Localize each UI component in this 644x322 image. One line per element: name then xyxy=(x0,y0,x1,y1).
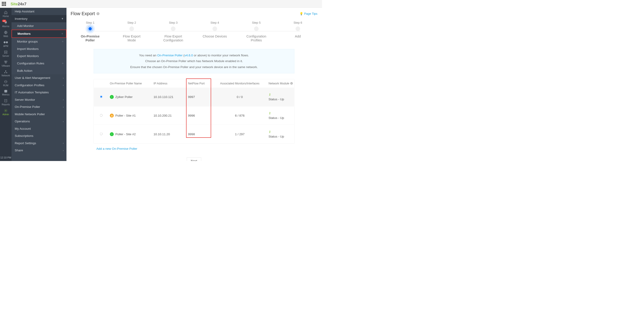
chevron-right-icon: › xyxy=(63,120,64,123)
step[interactable]: Step 4 Choose Devices xyxy=(202,21,228,38)
network-module-icon: ⚷ xyxy=(269,92,304,97)
sidebar-operations[interactable]: Operations› xyxy=(12,118,66,125)
chevron-down-icon: ▼ xyxy=(61,17,64,20)
logo[interactable]: Site24x7 xyxy=(10,2,26,6)
step[interactable]: Step 6 Add xyxy=(285,21,310,38)
sidebar-server-monitor[interactable]: Server Monitor› xyxy=(12,96,66,104)
page-tips-link[interactable]: 💡 Page Tips xyxy=(300,12,318,16)
binoculars-icon xyxy=(4,41,8,44)
rail-network[interactable]: Network xyxy=(0,69,12,79)
step-top-label: Step 2 xyxy=(119,21,144,24)
step-bottom-label: Flow Export Mode xyxy=(119,34,144,42)
svg-rect-7 xyxy=(5,62,6,63)
table-row[interactable]: ↑Poller - Site #2 10.10.11.20 9998 1 / 2… xyxy=(94,125,294,143)
sidebar-mobile-network-poller[interactable]: Mobile Network Poller xyxy=(12,111,66,118)
plus-icon[interactable]: + xyxy=(62,62,64,65)
sidebar-user-alert-management[interactable]: User & Alert Management› xyxy=(12,74,66,82)
sidebar-help-assistant[interactable]: Help Assistant xyxy=(12,8,66,15)
step-top-label: Step 5 xyxy=(244,21,269,24)
step-top-label: Step 1 xyxy=(78,21,103,24)
step-dot xyxy=(86,24,95,33)
sidebar-configuration-rules[interactable]: Configuration Rules+ xyxy=(12,60,66,67)
status-up-icon: ↑ xyxy=(110,95,114,99)
rail-time: 12:10 PM xyxy=(0,154,11,161)
step-bottom-label: Choose Devices xyxy=(202,34,228,38)
step[interactable]: Step 3 Flow Export Configuration xyxy=(160,21,186,42)
sidebar-share[interactable]: Share› xyxy=(12,147,66,154)
rail-metrics[interactable]: Metrics xyxy=(0,88,12,98)
sidebar-inventory[interactable]: Inventory▼ xyxy=(12,15,66,22)
chevron-right-icon: › xyxy=(63,98,64,101)
chevron-right-icon: › xyxy=(63,149,64,152)
cell-assoc: 6 / 876 xyxy=(212,114,268,118)
step-top-label: Step 6 xyxy=(285,21,310,24)
svg-rect-4 xyxy=(4,52,7,54)
info-icon[interactable]: i xyxy=(96,12,100,15)
rail-alarms[interactable]: 16 Alarms xyxy=(0,19,12,30)
sidebar-bulk-action[interactable]: Bulk Action xyxy=(12,67,66,74)
stack-icon xyxy=(4,90,8,93)
sidebar-my-account[interactable]: My Account xyxy=(12,125,66,132)
step[interactable]: Step 2 Flow Export Mode xyxy=(119,21,144,42)
cell-ip: 10.10.11.20 xyxy=(152,132,187,136)
rail-server[interactable]: Server xyxy=(0,49,12,59)
sidebar-subscriptions[interactable]: Subscriptions xyxy=(12,132,66,140)
step-bottom-label: On-Premise Poller xyxy=(78,34,103,42)
sidebar-export-monitors[interactable]: Export Monitors xyxy=(12,52,66,60)
sidebar-report-settings[interactable]: Report Settings› xyxy=(12,140,66,147)
sidebar-configuration-profiles[interactable]: Configuration Profiles› xyxy=(12,82,66,89)
next-button[interactable]: Next xyxy=(187,158,201,161)
home-icon xyxy=(4,10,8,14)
svg-rect-5 xyxy=(4,61,6,62)
table-row[interactable]: ↑Zylker Poller 10.10.110.121 9997 0 / 0 … xyxy=(94,88,294,106)
th-name: On-Premise Poller Name xyxy=(109,82,152,85)
bulb-icon: 💡 xyxy=(300,12,303,16)
svg-point-2 xyxy=(6,42,8,43)
cell-module: ⚷Status - Up xyxy=(268,92,306,102)
step[interactable]: Step 1 On-Premise Poller xyxy=(78,21,103,42)
sidebar-monitor-groups[interactable]: Monitor groups+ xyxy=(12,38,66,45)
rail-home[interactable]: Home xyxy=(0,9,12,19)
info-icon[interactable]: i xyxy=(290,82,293,85)
status-warn-icon: ⚠ xyxy=(110,114,114,118)
globe-icon xyxy=(4,30,8,34)
step-dot xyxy=(212,26,217,31)
svg-rect-6 xyxy=(6,61,7,62)
apps-grid-icon[interactable] xyxy=(2,2,6,6)
network-module-icon: ⚷ xyxy=(269,111,304,116)
cell-assoc: 0 / 0 xyxy=(212,95,268,99)
report-icon xyxy=(4,99,8,102)
onpremise-poller-link[interactable]: On-Premise Poller xyxy=(157,54,182,57)
globe-icon xyxy=(4,80,8,84)
poller-radio[interactable] xyxy=(100,133,102,135)
rail-web[interactable]: Web xyxy=(0,29,12,39)
rail-rum[interactable]: RUM xyxy=(0,79,12,88)
rail-vmware[interactable]: VMware xyxy=(0,59,12,69)
plus-icon[interactable]: + xyxy=(62,32,63,36)
poller-radio[interactable] xyxy=(100,96,102,98)
version-link[interactable]: v4.6.0 xyxy=(184,54,193,57)
cell-module: ⚷Status - Up xyxy=(268,111,306,120)
poller-table: On-Premise Poller Name IP Address NetFlo… xyxy=(94,79,294,144)
sidebar-monitors[interactable]: Monitors+ xyxy=(12,30,66,38)
sidebar-onpremise-poller[interactable]: On-Premise Poller› xyxy=(12,103,66,111)
plus-icon[interactable]: + xyxy=(62,40,64,44)
svg-point-1 xyxy=(4,42,6,43)
step-top-label: Step 3 xyxy=(160,21,186,24)
sidebar-add-monitor[interactable]: Add Monitor xyxy=(12,22,66,30)
rail-admin[interactable]: Admin xyxy=(0,108,12,118)
add-poller-link[interactable]: Add a new On-Premise Poller xyxy=(96,147,318,151)
network-module-icon: ⚷ xyxy=(269,129,304,134)
cell-name: ↑Poller - Site #2 xyxy=(109,132,152,136)
poller-radio[interactable] xyxy=(100,114,102,116)
sidebar-import-monitors[interactable]: Import Monitors xyxy=(12,45,66,53)
rail-apm[interactable]: APM xyxy=(0,39,12,49)
rail-reports[interactable]: Reports xyxy=(0,98,12,108)
status-up-icon: ↑ xyxy=(110,132,114,136)
step-dot xyxy=(171,26,176,31)
step-dot xyxy=(254,26,258,31)
table-row[interactable]: ⚠Poller - Site #1 10.10.200.21 9996 6 / … xyxy=(94,106,294,125)
step[interactable]: Step 5 Configuration Profiles xyxy=(244,21,269,42)
notice-box: You need an On-Premise Poller (v4.6.0 or… xyxy=(94,49,294,73)
sidebar-it-automation[interactable]: IT Automation Templates xyxy=(12,89,66,96)
